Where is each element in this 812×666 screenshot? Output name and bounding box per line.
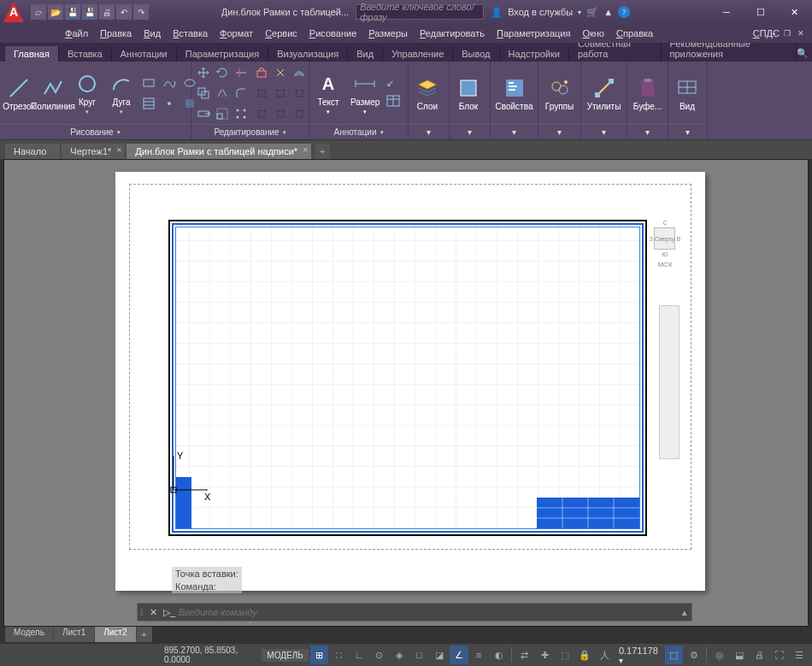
scale-icon[interactable] (214, 105, 231, 122)
panel-title-groups[interactable]: ▾ (538, 124, 580, 139)
qprops-toggle[interactable]: ⬚ (556, 645, 574, 664)
ribbontab-parametric[interactable]: Параметризация (177, 46, 268, 62)
copy-icon[interactable] (195, 85, 212, 102)
annotation-scale[interactable]: 0.171178 ▾ (615, 645, 663, 665)
app-logo[interactable]: A (3, 2, 24, 22)
arc-button[interactable]: Дуга▾ (106, 70, 137, 117)
panel-title-view[interactable]: ▾ (668, 124, 707, 139)
groups-button[interactable]: Группы (542, 74, 577, 113)
layout-sheet1[interactable]: Лист1 (54, 627, 95, 642)
panel-title-draw[interactable]: Рисование (0, 124, 191, 139)
maximize-button[interactable]: ☐ (744, 0, 778, 24)
circle-button[interactable]: Круг▾ (72, 70, 103, 117)
fillet-icon[interactable] (232, 85, 250, 102)
command-input[interactable] (179, 607, 678, 617)
ribbontab-home[interactable]: Главная (5, 46, 59, 62)
menu-draw[interactable]: Рисование (304, 27, 362, 40)
isolate-objects[interactable]: ◎ (710, 645, 728, 664)
menu-view[interactable]: Вид (138, 27, 166, 40)
stretch-icon[interactable] (195, 105, 212, 122)
wcs-label[interactable]: МСК (650, 261, 680, 268)
add-layout-button[interactable]: + (137, 627, 152, 642)
annoscale-icon[interactable]: 人 (596, 645, 614, 664)
mdi-restore[interactable]: ❐ (781, 27, 793, 39)
ribbontab-manage[interactable]: Управление (383, 46, 453, 62)
menu-parametric[interactable]: Параметризация (491, 27, 575, 40)
scale-sync-toggle[interactable]: ⬚ (665, 645, 683, 664)
menu-help[interactable]: Справка (611, 27, 658, 40)
workspace-switch[interactable]: ⚙ (685, 645, 703, 664)
erase-icon[interactable] (253, 64, 270, 81)
menu-dimension[interactable]: Размеры (363, 27, 413, 40)
navigation-bar[interactable] (659, 305, 680, 459)
quick-plot-icon[interactable]: 🖨 (750, 645, 768, 664)
ribbontab-output[interactable]: Вывод (453, 46, 499, 62)
offset-icon[interactable] (291, 64, 308, 81)
hardware-accel[interactable]: ⬓ (731, 645, 749, 664)
panel-title-utils[interactable]: ▾ (581, 124, 627, 139)
minimize-button[interactable]: ─ (709, 0, 744, 24)
menu-window[interactable]: Окно (577, 27, 609, 40)
cart-icon[interactable]: 🛒 (586, 7, 598, 18)
grip-icon[interactable]: ⁞ (138, 607, 146, 618)
tool-d[interactable]: ⬚ (253, 105, 270, 122)
block-button[interactable]: Блок (453, 74, 484, 113)
menu-format[interactable]: Формат (215, 27, 258, 40)
menu-tools[interactable]: Сервис (260, 27, 303, 40)
close-icon[interactable]: ✕ (116, 146, 122, 154)
panel-title-props[interactable]: ▾ (491, 124, 538, 139)
tool-e[interactable]: ⬚ (272, 105, 289, 122)
tool-a[interactable]: ⬚ (253, 85, 270, 102)
saveas-icon[interactable]: 💾 (82, 4, 97, 20)
rotate-icon[interactable] (214, 64, 231, 81)
explode-icon[interactable] (272, 64, 289, 81)
a360-icon[interactable]: ▲ (603, 7, 613, 17)
cmdline-menu-icon[interactable]: ▴ (678, 607, 691, 618)
panel-title-modify[interactable]: Редактирование (191, 124, 309, 139)
leader-icon[interactable]: ↙ (386, 78, 402, 93)
ribbontab-annotate[interactable]: Аннотации (112, 46, 177, 62)
layout-sheet2[interactable]: Лист2 (95, 627, 136, 642)
tool-b[interactable]: ⬚ (272, 85, 289, 102)
properties-button[interactable]: Свойства (494, 74, 534, 113)
new-tab-button[interactable]: + (315, 144, 330, 159)
filetab-dynblock[interactable]: Дин.блок Рамки с таблицей надписи*✕ (127, 144, 311, 159)
annomonitor-toggle[interactable]: ✚ (536, 645, 554, 664)
help-search[interactable]: Введите ключевое слово/фразу (356, 4, 484, 20)
undo-icon[interactable]: ↶ (116, 4, 132, 20)
filetab-start[interactable]: Начало (5, 144, 60, 159)
new-icon[interactable]: ▱ (31, 4, 46, 20)
text-button[interactable]: AТекст▾ (313, 70, 344, 117)
ribbontab-view[interactable]: Вид (348, 46, 383, 62)
close-button[interactable]: ✕ (778, 0, 812, 24)
menu-modify[interactable]: Редактировать (415, 27, 490, 40)
menu-file[interactable]: Файл (60, 27, 93, 40)
filetab-drawing1[interactable]: Чертеж1*✕ (62, 144, 125, 159)
utilities-button[interactable]: Утилиты (585, 74, 623, 113)
clean-screen[interactable]: ⛶ (770, 645, 788, 664)
clipboard-button[interactable]: Буфе... (631, 74, 664, 113)
panel-title-layers[interactable]: ▾ (409, 124, 449, 139)
ribbontab-insert[interactable]: Вставка (59, 46, 112, 62)
drawing-canvas[interactable]: Y X С ЗСверхуВ Ю МСК Точка вставки: Кома… (3, 159, 809, 627)
ortho-toggle[interactable]: ∟ (350, 645, 368, 664)
panel-title-clip[interactable]: ▾ (627, 124, 668, 139)
snap-toggle[interactable]: ⸬ (330, 645, 348, 664)
3dosnap-toggle[interactable]: ◪ (430, 645, 448, 664)
lock-ui-toggle[interactable]: 🔒 (575, 645, 593, 664)
view-button[interactable]: Вид (672, 74, 703, 113)
selection-cycling[interactable]: ⇄ (515, 645, 533, 664)
ribbontab-addins[interactable]: Надстройки (500, 46, 569, 62)
layers-button[interactable]: Слои (412, 74, 443, 113)
view-cube[interactable]: С ЗСверхуВ Ю МСК (650, 220, 680, 268)
polyline-button[interactable]: Полилиния (38, 74, 68, 113)
customization-icon[interactable]: ☰ (791, 645, 809, 664)
rectangle-icon[interactable] (140, 74, 157, 91)
panel-title-block[interactable]: ▾ (450, 124, 490, 139)
spline-icon[interactable] (161, 74, 178, 91)
model-paper-toggle[interactable]: МОДЕЛЬ (262, 649, 308, 662)
help-icon[interactable]: ? (618, 6, 630, 18)
transparency-toggle[interactable]: ◐ (490, 645, 508, 664)
otrack-toggle[interactable]: ∠ (450, 645, 468, 664)
plot-icon[interactable]: 🖨 (99, 4, 115, 20)
